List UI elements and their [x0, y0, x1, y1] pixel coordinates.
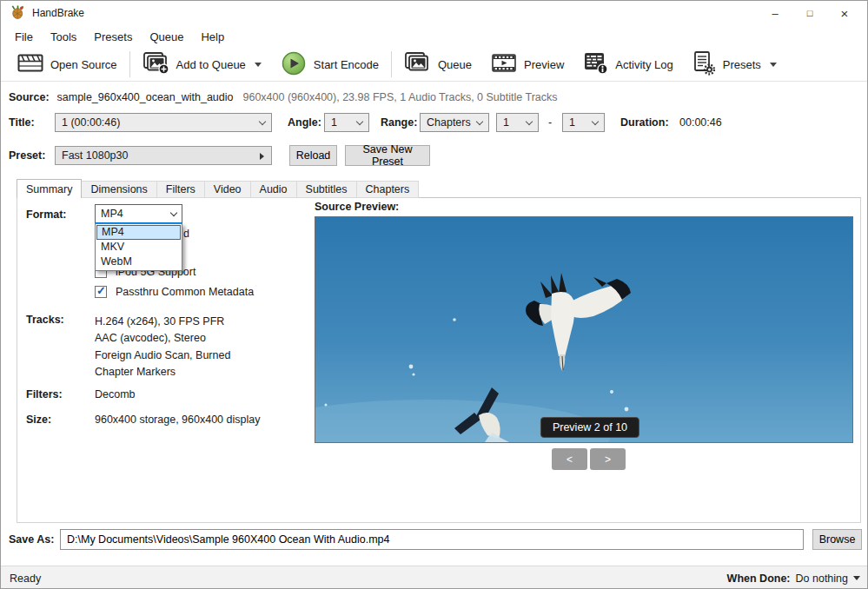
menu-file[interactable]: File — [6, 27, 42, 47]
chapter-start-value: 1 — [503, 116, 509, 129]
open-source-label: Open Source — [50, 58, 117, 71]
tab-video[interactable]: Video — [205, 181, 251, 198]
source-filename: sample_960x400_ocean_with_audio — [57, 91, 234, 103]
check-icon: ✓ — [96, 284, 106, 297]
window-title: HandBrake — [32, 7, 84, 19]
save-new-preset-button[interactable]: Save New Preset — [345, 145, 430, 166]
angle-select-value: 1 — [331, 116, 337, 129]
chevron-down-icon — [526, 118, 533, 125]
open-source-button[interactable]: Open Source — [8, 48, 127, 81]
add-to-queue-label: Add to Queue — [176, 58, 246, 71]
presets-button[interactable]: Presets — [683, 48, 786, 81]
minimize-button[interactable]: – — [758, 1, 792, 25]
title-label: Title: — [9, 116, 35, 129]
browse-button[interactable]: Browse — [812, 529, 862, 550]
menu-help[interactable]: Help — [192, 27, 233, 47]
chevron-right-icon — [260, 153, 264, 160]
next-preview-button[interactable]: > — [590, 448, 626, 470]
track-audio: AAC (avcodec), Stereo — [95, 330, 230, 347]
format-select[interactable]: MP4 — [95, 204, 182, 223]
preset-label: Preset: — [9, 149, 45, 162]
angle-label: Angle: — [288, 116, 321, 129]
tab-subtitles[interactable]: Subtitles — [297, 181, 357, 198]
status-text: Ready — [10, 572, 41, 585]
toolbar-separator — [391, 51, 392, 77]
size-label: Size: — [26, 414, 51, 426]
menu-presets[interactable]: Presets — [85, 27, 141, 47]
preset-row: Preset: Fast 1080p30 Reload Save New Pre… — [1, 145, 867, 168]
track-video: H.264 (x264), 30 FPS PFR — [95, 314, 230, 330]
queue-button[interactable]: Queue — [394, 48, 481, 81]
format-option-mp4[interactable]: MP4 — [96, 225, 181, 240]
previous-preview-button[interactable]: < — [552, 448, 587, 470]
queue-label: Queue — [438, 58, 472, 71]
toolbar: Open Source Add to Queue — [1, 48, 867, 82]
passthru-metadata-checkbox-row[interactable]: ✓ Passthru Common Metadata — [95, 286, 254, 298]
passthru-metadata-label: Passthru Common Metadata — [116, 286, 254, 298]
preset-select[interactable]: Fast 1080p30 — [55, 146, 272, 165]
chevron-down-icon — [592, 118, 599, 125]
range-type-value: Chapters — [427, 116, 471, 129]
statusbar: Ready When Done: Do nothing — [1, 566, 867, 589]
tab-filters[interactable]: Filters — [157, 181, 205, 198]
chapter-end-select[interactable]: 1 — [562, 113, 605, 132]
maximize-button[interactable]: □ — [792, 1, 827, 25]
menu-tools[interactable]: Tools — [42, 27, 85, 47]
source-label: Source: — [9, 91, 50, 103]
preview-button[interactable]: Preview — [481, 48, 573, 81]
duration-value: 00:00:46 — [679, 116, 722, 129]
preview-count-badge: Preview 2 of 10 — [540, 417, 639, 438]
tab-audio[interactable]: Audio — [251, 181, 297, 198]
summary-panel: Format: MP4 d MP4 MKV WebM iPod 5G Suppo… — [17, 197, 861, 523]
range-label: Range: — [381, 116, 417, 129]
chevron-down-icon — [255, 63, 262, 67]
preview-nav: < > — [552, 448, 626, 470]
handbrake-logo-icon — [10, 4, 25, 23]
range-type-select[interactable]: Chapters — [420, 113, 489, 132]
activity-log-button[interactable]: Activity Log — [573, 48, 682, 81]
save-as-input[interactable] — [60, 529, 804, 550]
tab-chapters[interactable]: Chapters — [357, 181, 420, 198]
filmstrip-icon — [491, 52, 517, 76]
menu-queue[interactable]: Queue — [141, 27, 192, 47]
format-option-mkv[interactable]: MKV — [96, 240, 181, 255]
duration-label: Duration: — [620, 116, 669, 129]
reload-button[interactable]: Reload — [289, 145, 337, 166]
presets-gear-doc-icon — [692, 50, 716, 78]
tab-summary[interactable]: Summary — [17, 179, 82, 198]
chapter-end-value: 1 — [569, 116, 575, 129]
format-label: Format: — [26, 208, 67, 221]
track-chapters: Chapter Markers — [95, 364, 230, 381]
start-encode-label: Start Encode — [314, 58, 379, 71]
when-done-dropdown[interactable]: When Done: Do nothing — [727, 572, 860, 585]
toolbar-separator — [129, 51, 130, 77]
title-select-value: 1 (00:00:46) — [62, 116, 120, 129]
when-done-label: When Done: — [727, 572, 791, 585]
filters-label: Filters: — [26, 388, 63, 400]
activity-log-label: Activity Log — [615, 58, 673, 71]
obscured-checkbox-label-fragment: d — [183, 228, 189, 240]
format-option-webm[interactable]: WebM — [96, 255, 181, 269]
start-encode-button[interactable]: Start Encode — [271, 48, 388, 81]
close-button[interactable]: × — [827, 1, 862, 25]
source-preview-label: Source Preview: — [315, 201, 399, 213]
clapperboard-icon — [17, 52, 43, 76]
add-to-queue-button[interactable]: Add to Queue — [133, 48, 271, 81]
format-dropdown-list: MP4 MKV WebM — [95, 223, 182, 271]
chapter-start-select[interactable]: 1 — [496, 113, 539, 132]
tab-dimensions[interactable]: Dimensions — [82, 181, 156, 198]
size-value: 960x400 storage, 960x400 display — [95, 414, 260, 426]
source-details: 960x400 (960x400), 23.98 FPS, 1 Audio Tr… — [242, 91, 557, 103]
title-select[interactable]: 1 (00:00:46) — [55, 113, 272, 132]
tracks-list: H.264 (x264), 30 FPS PFR AAC (avcodec), … — [95, 314, 230, 381]
start-encode-play-icon — [281, 50, 307, 79]
activity-log-icon — [583, 51, 608, 77]
checkbox-checked-icon[interactable]: ✓ — [95, 286, 107, 298]
title-row: Title: 1 (00:00:46) Angle: 1 Range: Chap… — [1, 113, 867, 136]
queue-icon — [404, 51, 431, 77]
filters-value: Decomb — [95, 388, 136, 400]
save-as-row: Save As: Browse — [1, 528, 867, 553]
source-preview-image: Preview 2 of 10 — [315, 216, 853, 443]
presets-label: Presets — [723, 58, 761, 71]
angle-select[interactable]: 1 — [324, 113, 369, 132]
